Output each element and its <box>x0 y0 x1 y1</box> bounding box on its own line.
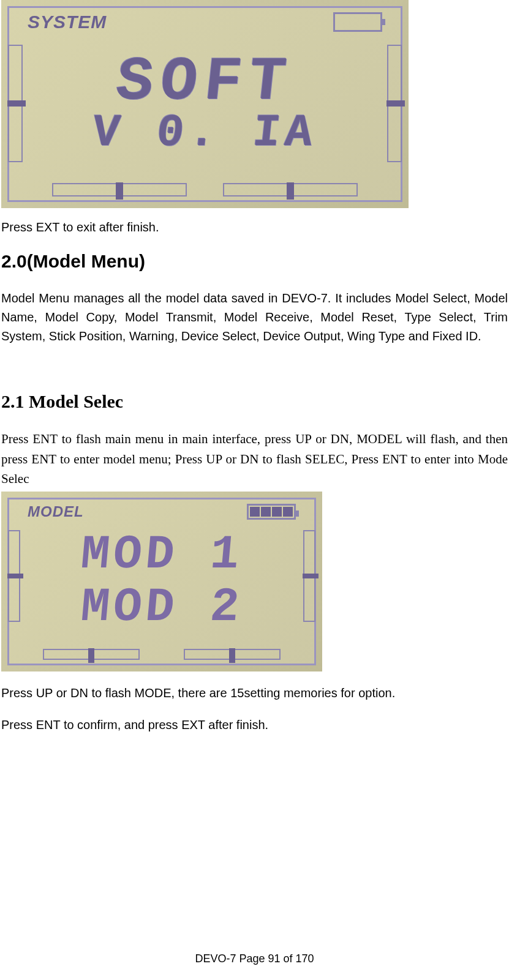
heading-model-selec: 2.1 Model Selec <box>1 391 508 412</box>
heading-model-menu: 2.0(Model Menu) <box>1 251 508 272</box>
trim-marker <box>7 574 23 578</box>
battery-segment <box>261 507 271 517</box>
lcd-header-row: MODEL <box>28 503 296 520</box>
trim-bottom-right-icon <box>223 183 358 196</box>
trim-marker <box>116 182 123 200</box>
lcd-frame: SYSTEM SOFT V 0. IA <box>7 6 402 202</box>
lcd-center-content: SOFT V 0. IA <box>40 42 370 166</box>
trim-marker <box>303 574 319 578</box>
instruction-text-confirm: Press ENT to confirm, and press EXT afte… <box>1 717 508 733</box>
battery-segment <box>283 507 293 517</box>
trim-marker <box>287 182 294 200</box>
battery-icon <box>247 504 296 520</box>
lcd-screenshot-system: SYSTEM SOFT V 0. IA <box>1 0 409 208</box>
battery-segment <box>272 507 282 517</box>
trim-left-icon <box>8 45 23 162</box>
lcd-header-label: MODEL <box>28 503 84 520</box>
lcd-line1-text: SOFT <box>113 53 296 111</box>
instruction-text-exit: Press EXT to exit after finish. <box>1 219 508 235</box>
lcd-line2-text: V 0. IA <box>90 111 319 154</box>
trim-bottom-right-icon <box>184 649 281 660</box>
trim-right-icon <box>387 45 402 162</box>
lcd-header-label: SYSTEM <box>28 12 107 32</box>
battery-icon <box>333 12 382 32</box>
trim-bottom-left-icon <box>43 649 140 660</box>
lcd-header-row: SYSTEM <box>28 12 382 32</box>
trim-marker <box>7 100 26 107</box>
spacer <box>1 373 508 391</box>
paragraph-model-selec: Press ENT to flash main menu in main int… <box>1 429 508 489</box>
trim-left-icon <box>8 530 20 622</box>
lcd-line2-text: MOD 2 <box>78 582 245 634</box>
battery-fill-full <box>249 506 294 518</box>
lcd-frame: MODEL MOD 1 MOD 2 <box>7 498 316 665</box>
lcd-screenshot-model: MODEL MOD 1 MOD 2 <box>1 492 322 671</box>
trim-right-icon <box>303 530 315 622</box>
lcd-center-content: MOD 1 MOD 2 <box>40 527 284 636</box>
trim-marker <box>88 648 94 663</box>
trim-marker <box>229 648 235 663</box>
lcd-line1-text: MOD 1 <box>78 529 245 582</box>
paragraph-model-menu: Model Menu manages all the model data sa… <box>1 289 508 346</box>
battery-segment <box>250 507 260 517</box>
instruction-text-flash-mode: Press UP or DN to flash MODE, there are … <box>1 685 508 701</box>
trim-marker <box>386 100 405 107</box>
battery-fill-empty <box>335 14 380 30</box>
trim-bottom-left-icon <box>52 183 187 196</box>
